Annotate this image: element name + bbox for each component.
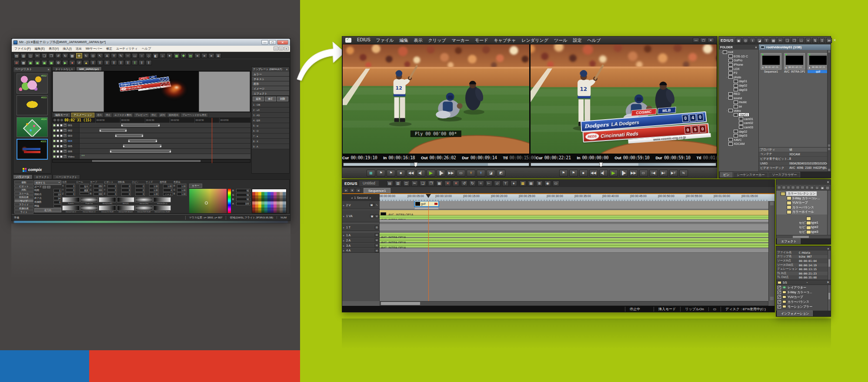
play-button[interactable]: ▶ <box>427 170 435 177</box>
folder-tree-item[interactable]: cam03 <box>719 125 758 130</box>
track-1a-clip[interactable]: AVC_INTRA OP1A <box>380 233 768 238</box>
color-picker-gradient[interactable] <box>189 189 227 213</box>
param-value[interactable]: ハード <box>163 192 173 196</box>
redo-icon[interactable]: ↻ <box>62 53 68 58</box>
bin-tab[interactable]: シーケンスマーカー <box>733 172 768 178</box>
sync-button[interactable]: ≒ <box>679 170 688 177</box>
folder-tree-item[interactable]: iPhone <box>719 63 758 67</box>
pointer-tool-icon[interactable]: ↖ <box>97 53 103 58</box>
color-tab[interactable]: カラー <box>189 184 202 188</box>
set-in-marker-icon[interactable]: ⚑ <box>377 170 385 177</box>
track-solo-checkbox[interactable] <box>60 140 63 142</box>
transition-preset[interactable]: mosaic(fix,s) <box>154 197 171 204</box>
template-layer-item[interactable]: 4 : ER <box>252 118 289 123</box>
template-layer-item[interactable]: 9 : A <box>252 144 289 149</box>
parameter-tab[interactable]: パラメータ <box>13 174 33 179</box>
hue-slider[interactable] <box>228 189 231 213</box>
add-clip-icon[interactable]: ◪ <box>757 38 762 43</box>
new-sequence-icon[interactable]: ▤ <box>387 181 393 186</box>
mdi-window-button[interactable]: — <box>274 47 278 50</box>
close-icon[interactable] <box>286 68 288 71</box>
folder-tree-item[interactable]: day03 <box>719 134 758 138</box>
save-icon[interactable]: ◫ <box>403 181 410 186</box>
bin-clip[interactable]: 00:01:42:11 AVC_INTRA OP1A <box>784 53 805 73</box>
horizontal-scrollbar[interactable] <box>380 301 768 306</box>
effect-view-button[interactable] <box>791 186 795 189</box>
audio-mute-icon[interactable] <box>375 238 379 242</box>
anim-track-row[interactable]: 005 <box>52 144 250 149</box>
bin-clip[interactable]: 00:01:42:15 Sequence1 <box>761 53 781 73</box>
effect-type-button[interactable]: 移動 <box>14 181 33 184</box>
param-value[interactable]: 0 <box>135 184 145 188</box>
template-category[interactable]: テキスト <box>252 77 289 81</box>
effect-enable-checkbox[interactable] <box>778 286 781 289</box>
menu-item[interactable]: キャプチャ <box>494 37 516 44</box>
anim-toolbar-button[interactable]: エフェクト整列 <box>113 113 133 117</box>
scrollbar-thumb[interactable] <box>381 302 420 305</box>
menu-item[interactable]: ユーティリティ <box>116 47 138 51</box>
keyframe-lane[interactable] <box>79 144 250 148</box>
bin-tab[interactable]: ソースブラウザー <box>768 172 800 178</box>
anim-ruler[interactable]: 00:00'3000:01'0000:01'3000:02'0000:02'30… <box>95 118 250 123</box>
onair-stop-icon[interactable]: ⊘ <box>13 60 20 65</box>
window-button[interactable]: ✕ <box>708 38 714 43</box>
delete-out-icon[interactable]: ✕ <box>453 181 459 186</box>
polygon-tool-icon[interactable]: ◇ <box>146 53 152 58</box>
track-header-2a[interactable]: 2 A <box>342 238 380 243</box>
audio-mute-icon[interactable] <box>375 244 379 247</box>
effect-icon[interactable]: ✦ <box>167 53 173 58</box>
track-lock-checkbox[interactable] <box>57 155 59 158</box>
menu-item[interactable]: 編集(E) <box>35 47 45 51</box>
menu-item[interactable]: マーカー <box>451 37 469 44</box>
set-out-marker-icon[interactable]: ⚑ <box>569 170 578 177</box>
delete-icon[interactable] <box>827 281 829 284</box>
track-expand-button[interactable] <box>63 139 67 142</box>
playhead-marker[interactable] <box>426 194 431 201</box>
template-layer-item[interactable]: 1 : OB <box>252 102 289 107</box>
keyframe-lane[interactable] <box>79 149 250 154</box>
open-icon[interactable]: ▥ <box>20 53 27 58</box>
effect-item[interactable]: 3-Way カラーコレ... <box>776 196 831 201</box>
template-category[interactable]: エフェクト <box>252 91 289 96</box>
frame-forward-button[interactable]: ▐▶ <box>437 170 445 177</box>
menu-item[interactable]: ファイル <box>376 37 394 44</box>
timeline-clip-audio[interactable]: AVC_INTRA OP1A <box>380 215 768 220</box>
record-icon[interactable]: ◉ <box>544 181 551 186</box>
applied-effect-row[interactable]: モーションブラー <box>776 304 831 309</box>
pose-button[interactable] <box>47 186 50 188</box>
align-center-icon[interactable]: ≡ <box>201 53 207 58</box>
bin-tab[interactable]: ビン <box>720 172 733 178</box>
keyframe-lane[interactable] <box>79 123 250 127</box>
timeline-ruler[interactable]: 00:00:00:00|00:00:05:00|00:00:10:00|00:0… <box>380 194 775 201</box>
close-icon[interactable] <box>47 68 50 71</box>
copy-icon[interactable]: ❏ <box>41 53 47 58</box>
anim-toolbar-button[interactable]: 送出 <box>95 113 103 117</box>
copy-icon[interactable]: ❏ <box>785 38 790 43</box>
pen-tool-icon[interactable]: ✎ <box>118 53 124 58</box>
template-layer-item[interactable]: 8 : X <box>252 139 289 144</box>
track-header-1a[interactable]: 1 A <box>342 233 380 238</box>
param-value[interactable]: 0 <box>135 188 145 192</box>
folder-tree-item[interactable]: day03 <box>719 87 758 92</box>
param-value[interactable]: 1.00 <box>177 192 187 196</box>
normal-mode-icon[interactable]: ▸ <box>344 188 349 193</box>
send4-icon[interactable]: ↥ <box>111 60 117 65</box>
menu-item[interactable]: 表示 <box>414 37 423 44</box>
track-expand-button[interactable] <box>63 150 67 153</box>
anim-toolbar-button[interactable]: 停止 <box>150 113 158 117</box>
paste-icon[interactable]: ❐ <box>428 181 434 186</box>
vertical-scrollbar[interactable] <box>768 201 775 301</box>
record-icon[interactable]: ● <box>69 60 75 65</box>
track-lock-checkbox[interactable] <box>57 124 59 127</box>
anim-toolbar-button[interactable]: 前回送出 <box>167 113 180 117</box>
color-channel-value[interactable]: 100 <box>236 202 250 205</box>
information-tab[interactable]: インフォメーション <box>777 311 813 316</box>
color-channel-value[interactable]: 92 <box>236 189 250 192</box>
track-enable-checkbox[interactable] <box>53 124 56 127</box>
folder-tree-item[interactable]: GoPro <box>719 58 758 63</box>
effect-type-button[interactable]: ピボット <box>14 184 33 188</box>
track-solo-checkbox[interactable] <box>60 145 63 147</box>
applied-effect-row[interactable]: 3-Way カラーコ... <box>776 290 831 295</box>
track-lock-checkbox[interactable] <box>57 134 59 137</box>
set-out-button[interactable]: ▶I <box>659 170 668 177</box>
